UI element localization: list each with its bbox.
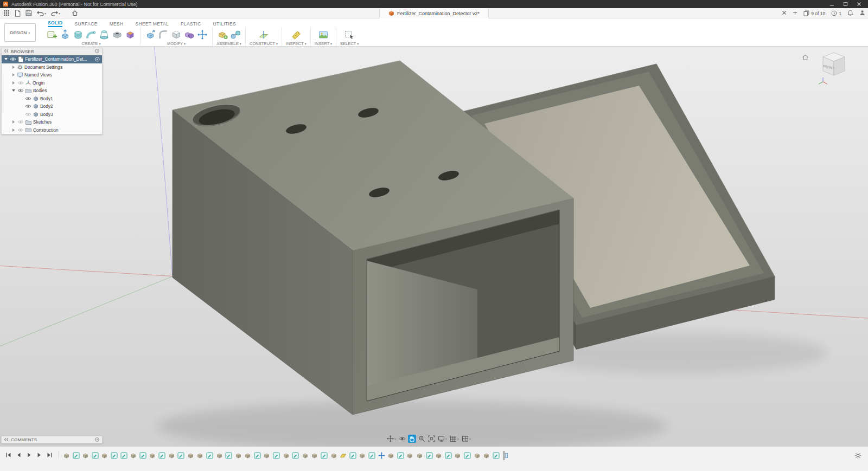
- timeline-feature-extrude[interactable]: [416, 452, 423, 459]
- hole-button[interactable]: [111, 29, 123, 40]
- browser-item-origin[interactable]: Origin: [2, 79, 102, 87]
- timeline-feature-extrude[interactable]: [474, 452, 481, 459]
- panel-options-icon[interactable]: [94, 48, 100, 55]
- nav-fit-button[interactable]: [427, 435, 436, 443]
- browser-item-document-settings[interactable]: Document Settings: [2, 63, 102, 72]
- timeline-feature-sketch[interactable]: [225, 452, 232, 459]
- document-tab[interactable]: Fertilizer_Contamination_Detector v2*: [379, 8, 489, 18]
- skip-start-button[interactable]: [5, 452, 11, 458]
- notifications-bell-icon[interactable]: [847, 10, 853, 17]
- timeline-feature-extrude[interactable]: [387, 452, 394, 459]
- inspect-group-label[interactable]: INSPECT: [286, 41, 307, 46]
- file-menu-icon[interactable]: [15, 10, 21, 17]
- joint-button[interactable]: [229, 29, 241, 40]
- dropdown-caret-icon[interactable]: [445, 437, 447, 441]
- timeline-feature-move[interactable]: [378, 452, 385, 459]
- browser-item-construction[interactable]: Construction: [2, 126, 102, 134]
- timeline-feature-sketch[interactable]: [158, 452, 165, 459]
- timeline-feature-sketch[interactable]: [92, 452, 99, 459]
- timeline-feature-extrude[interactable]: [235, 452, 242, 459]
- nav-look-at-button[interactable]: [398, 435, 406, 443]
- tab-surface[interactable]: SURFACE: [74, 21, 97, 27]
- timeline-feature-sketch[interactable]: [426, 452, 433, 459]
- tree-expander-icon[interactable]: [4, 57, 8, 61]
- tab-plastic[interactable]: PLASTIC: [181, 21, 201, 27]
- nav-display-button[interactable]: [437, 435, 448, 443]
- browser-panel-header[interactable]: BROWSER: [2, 48, 102, 55]
- timeline-feature-sketch[interactable]: [397, 452, 404, 459]
- viewcube-home-icon[interactable]: [802, 53, 809, 63]
- timeline-feature-extrude[interactable]: [311, 452, 318, 459]
- browser-item-bodies[interactable]: Bodies: [2, 87, 102, 95]
- tree-expander-icon[interactable]: [11, 65, 16, 69]
- timeline-feature-extrude[interactable]: [244, 452, 251, 459]
- workspace-selector-button[interactable]: DESIGN: [4, 23, 36, 42]
- play-button[interactable]: [26, 452, 32, 458]
- comments-panel-header[interactable]: COMMENTS: [2, 436, 102, 443]
- timeline-feature-sketch[interactable]: [73, 452, 80, 459]
- redo-dropdown-caret-icon[interactable]: [59, 10, 60, 16]
- timeline-feature-extrude[interactable]: [283, 452, 290, 459]
- visibility-eye-icon[interactable]: [17, 120, 24, 124]
- home-button[interactable]: [72, 10, 78, 16]
- extrude-button[interactable]: [59, 29, 71, 40]
- notification-clock[interactable]: 1: [831, 10, 841, 16]
- timeline-feature-extrude[interactable]: [330, 452, 337, 459]
- timeline-feature-sketch[interactable]: [177, 452, 184, 459]
- tree-expander-icon[interactable]: [11, 128, 16, 132]
- visibility-eye-icon[interactable]: [25, 104, 31, 108]
- nav-viewports-button[interactable]: [461, 435, 471, 443]
- timeline-position-marker[interactable]: [503, 451, 508, 460]
- nav-pan-button[interactable]: [386, 435, 397, 443]
- tree-expander-icon[interactable]: [11, 73, 16, 77]
- construct-plane-button[interactable]: [258, 29, 270, 40]
- find-in-window-icon[interactable]: [94, 56, 100, 62]
- primitive-box-button[interactable]: [124, 29, 136, 40]
- timeline-feature-plane[interactable]: [340, 452, 347, 459]
- undo-dropdown-caret-icon[interactable]: [44, 10, 46, 16]
- create-sketch-button[interactable]: [46, 29, 58, 40]
- user-avatar-icon[interactable]: [859, 10, 865, 17]
- timeline-feature-extrude[interactable]: [168, 452, 175, 459]
- visibility-eye-icon[interactable]: [25, 96, 31, 101]
- undo-button[interactable]: [37, 10, 46, 16]
- step-forward-button[interactable]: [36, 452, 42, 458]
- timeline-feature-extrude[interactable]: [149, 452, 156, 459]
- timeline-feature-extrude[interactable]: [216, 452, 223, 459]
- tree-expander-icon[interactable]: [11, 120, 16, 124]
- save-button[interactable]: [25, 10, 32, 16]
- insert-group-label[interactable]: INSERT: [315, 41, 332, 46]
- browser-item-body3[interactable]: Body3: [2, 111, 102, 119]
- dropdown-caret-icon[interactable]: [469, 437, 471, 441]
- timeline-feature-extrude[interactable]: [454, 452, 461, 459]
- timeline-feature-sketch[interactable]: [445, 452, 452, 459]
- construct-group-label[interactable]: CONSTRUCT: [250, 41, 278, 46]
- timeline-feature-sketch[interactable]: [111, 452, 118, 459]
- select-button[interactable]: [343, 29, 355, 40]
- create-group-label[interactable]: CREATE: [82, 41, 101, 46]
- timeline-feature-extrude[interactable]: [196, 452, 203, 459]
- browser-item-sketches[interactable]: Sketches: [2, 118, 102, 126]
- timeline-feature-sketch[interactable]: [493, 452, 500, 459]
- sweep-button[interactable]: [85, 29, 97, 40]
- timeline-feature-sketch[interactable]: [368, 452, 375, 459]
- viewcube[interactable]: FRONT: [802, 49, 852, 90]
- insert-canvas-button[interactable]: [317, 29, 329, 40]
- timeline-feature-sketch[interactable]: [349, 452, 356, 459]
- new-tab-icon[interactable]: [793, 10, 797, 16]
- timeline-feature-extrude[interactable]: [82, 452, 89, 459]
- close-button[interactable]: [857, 2, 861, 7]
- measure-button[interactable]: [290, 29, 302, 40]
- visibility-eye-icon[interactable]: [17, 128, 24, 132]
- nav-zoom-button[interactable]: [418, 435, 426, 443]
- step-back-button[interactable]: [16, 452, 22, 458]
- timeline-settings-gear-icon[interactable]: [854, 452, 861, 459]
- revolve-button[interactable]: [72, 29, 84, 40]
- timeline-feature-sketch[interactable]: [139, 452, 146, 459]
- tree-expander-icon[interactable]: [11, 81, 16, 85]
- timeline-feature-extrude[interactable]: [406, 452, 413, 459]
- browser-item-body2[interactable]: Body2: [2, 102, 102, 111]
- timeline-feature-extrude[interactable]: [187, 452, 194, 459]
- shell-button[interactable]: [170, 29, 182, 40]
- nav-hand-button[interactable]: [408, 435, 416, 443]
